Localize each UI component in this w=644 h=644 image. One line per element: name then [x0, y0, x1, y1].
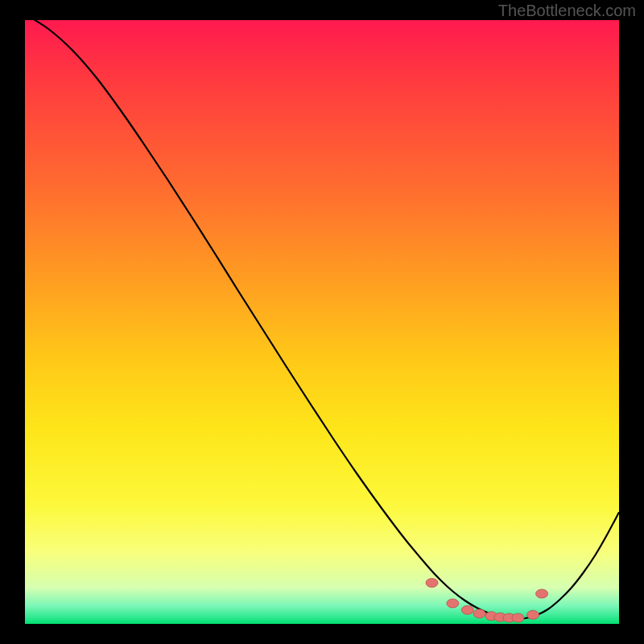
chart-container: TheBottleneck.com — [0, 0, 644, 644]
data-marker — [473, 609, 485, 618]
watermark-text: TheBottleneck.com — [498, 2, 636, 20]
data-marker — [512, 613, 524, 622]
data-marker — [426, 579, 438, 588]
data-marker — [536, 589, 548, 598]
data-marker — [461, 605, 473, 614]
data-marker — [447, 599, 459, 608]
data-marker — [526, 610, 539, 619]
marker-layer — [25, 20, 619, 624]
plot-area — [25, 20, 619, 624]
